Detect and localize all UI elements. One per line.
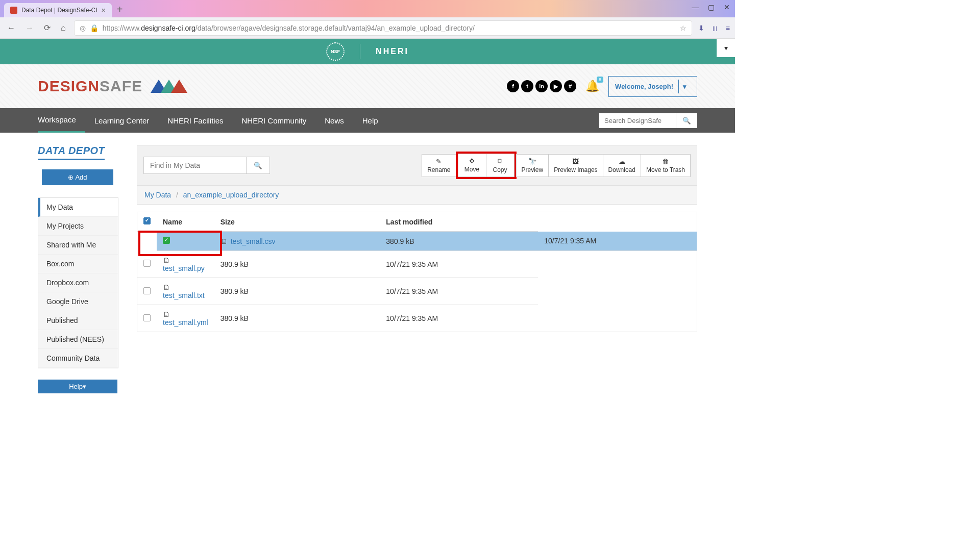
sidebar-item-dropbox[interactable]: Dropbox.com	[38, 273, 118, 292]
sidebar-item-my-projects[interactable]: My Projects	[38, 217, 118, 236]
minimize-button[interactable]: —	[692, 3, 699, 11]
topbar-dropdown-button[interactable]: ▾	[717, 39, 735, 57]
download-icon: ☁	[619, 158, 625, 165]
sidebar: DATA DEPOT ⊕ Add My Data My Projects Sha…	[38, 145, 118, 393]
row-checkbox[interactable]	[163, 237, 170, 244]
nav-workspace[interactable]: Workspace	[38, 108, 85, 133]
table-row[interactable]: 🗎test_small.yml 380.9 kB 10/7/21 9:35 AM	[137, 305, 697, 332]
site-search-button[interactable]: 🔍	[676, 113, 697, 128]
downloads-icon[interactable]: ⬇	[698, 24, 704, 32]
sidebar-item-published[interactable]: Published	[38, 311, 118, 330]
file-toolbar: 🔍 ✎Rename ✥Move ⧉Copy 🔭Preview 🖼Preview …	[137, 145, 697, 186]
designsafe-logo[interactable]: DESIGNSAFE	[38, 78, 142, 95]
row-checkbox[interactable]	[143, 260, 151, 267]
maximize-button[interactable]: ▢	[708, 3, 715, 11]
twitter-icon[interactable]: t	[521, 80, 533, 92]
facebook-icon[interactable]: f	[507, 80, 519, 92]
favicon-icon	[10, 7, 17, 14]
new-tab-button[interactable]: +	[112, 2, 128, 17]
reload-button[interactable]: ⟳	[42, 21, 53, 35]
file-icon: 🗎	[163, 283, 170, 291]
browser-toolbar: ← → ⟳ ⌂ ◎ 🔒 https://www.designsafe-ci.or…	[0, 17, 735, 39]
row-checkbox[interactable]	[143, 314, 151, 321]
site-header: DESIGNSAFE f t in ▶ # 🔔8 Welcome, Joseph…	[0, 64, 735, 108]
youtube-icon[interactable]: ▶	[550, 80, 562, 92]
nav-nheri-community[interactable]: NHERI Community	[233, 108, 316, 133]
file-link[interactable]: test_small.py	[163, 264, 205, 272]
preview-button[interactable]: 🔭Preview	[516, 154, 549, 177]
forward-button[interactable]: →	[23, 21, 36, 35]
sidebar-item-google-drive[interactable]: Google Drive	[38, 292, 118, 311]
sidebar-item-published-nees[interactable]: Published (NEES)	[38, 330, 118, 349]
close-window-button[interactable]: ✕	[724, 3, 730, 11]
col-size[interactable]: Size	[214, 212, 380, 232]
nav-nheri-facilities[interactable]: NHERI Facilities	[158, 108, 232, 133]
table-row[interactable]: 🗎test_small.txt 380.9 kB 10/7/21 9:35 AM	[137, 278, 697, 305]
back-button[interactable]: ←	[5, 21, 17, 35]
notifications-button[interactable]: 🔔8	[585, 80, 599, 93]
preview-images-button[interactable]: 🖼Preview Images	[548, 154, 603, 177]
move-icon: ✥	[469, 157, 475, 165]
file-modified: 10/7/21 9:35 AM	[380, 278, 538, 305]
data-depot-title: DATA DEPOT	[38, 145, 105, 160]
tab-close-icon[interactable]: ×	[102, 6, 106, 14]
chevron-down-icon: ▾	[678, 80, 691, 93]
linkedin-icon[interactable]: in	[535, 80, 548, 92]
bookmark-star-icon[interactable]: ☆	[680, 24, 687, 32]
rename-button[interactable]: ✎Rename	[422, 154, 456, 177]
table-row[interactable]: 🗎test_small.csv 380.9 kB 10/7/21 9:35 AM	[137, 232, 697, 251]
file-size: 380.9 kB	[214, 305, 380, 332]
user-menu-button[interactable]: Welcome, Joseph! ▾	[608, 76, 697, 97]
browser-tab-strip: Data Depot | DesignSafe-CI × +	[0, 0, 735, 17]
home-button[interactable]: ⌂	[59, 21, 68, 35]
file-link[interactable]: test_small.txt	[163, 291, 205, 299]
add-button[interactable]: ⊕ Add	[42, 169, 113, 185]
sidebar-item-box[interactable]: Box.com	[38, 255, 118, 273]
nheri-label: NHERI	[376, 47, 409, 56]
find-input[interactable]	[144, 157, 246, 173]
file-modified: 10/7/21 9:35 AM	[538, 232, 697, 251]
tab-title: Data Depot | DesignSafe-CI	[21, 7, 97, 14]
divider	[360, 44, 360, 59]
move-button[interactable]: ✥Move	[458, 154, 486, 177]
site-search-input[interactable]	[599, 113, 676, 128]
trash-icon: 🗑	[662, 158, 669, 165]
sidebar-item-my-data[interactable]: My Data	[38, 198, 118, 217]
breadcrumb-root[interactable]: My Data	[144, 191, 171, 199]
col-name[interactable]: Name	[157, 212, 214, 232]
lock-icon: 🔒	[90, 24, 99, 32]
file-link[interactable]: test_small.csv	[231, 237, 276, 245]
sidebar-item-community-data[interactable]: Community Data	[38, 349, 118, 368]
nsf-nheri-bar: NSF NHERI ▾	[0, 39, 735, 64]
table-row[interactable]: 🗎test_small.py 380.9 kB 10/7/21 9:35 AM	[137, 251, 697, 278]
sidebar-item-shared-with-me[interactable]: Shared with Me	[38, 236, 118, 255]
copy-button[interactable]: ⧉Copy	[486, 154, 514, 177]
pencil-icon: ✎	[436, 158, 442, 165]
notification-badge: 8	[597, 77, 603, 83]
nav-learning-center[interactable]: Learning Center	[85, 108, 159, 133]
move-to-trash-button[interactable]: 🗑Move to Trash	[641, 154, 691, 177]
main-nav: Workspace Learning Center NHERI Faciliti…	[0, 108, 735, 133]
slack-icon[interactable]: #	[564, 80, 576, 92]
col-modified[interactable]: Last modified	[380, 212, 538, 232]
file-table: Name Size Last modified 🗎test_small.csv …	[137, 212, 697, 332]
address-bar[interactable]: ◎ 🔒 https://www.designsafe-ci.org/data/b…	[74, 20, 692, 36]
menu-icon[interactable]: ≡	[726, 24, 730, 32]
breadcrumb-current[interactable]: an_example_upload_directory	[183, 191, 279, 199]
file-link[interactable]: test_small.yml	[163, 318, 208, 327]
nav-help[interactable]: Help	[353, 108, 387, 133]
download-button[interactable]: ☁Download	[603, 154, 641, 177]
page-content: NSF NHERI ▾ DESIGNSAFE f t in ▶ # 🔔8	[0, 39, 735, 413]
find-button[interactable]: 🔍	[246, 157, 270, 173]
row-checkbox[interactable]	[143, 287, 151, 294]
shield-icon: ◎	[80, 24, 86, 32]
logo-graphic	[151, 80, 187, 93]
library-icon[interactable]: ⫼	[712, 24, 719, 32]
select-all-checkbox[interactable]	[143, 217, 151, 224]
breadcrumb-separator: /	[173, 191, 181, 199]
plus-icon: ⊕	[68, 173, 75, 181]
window-controls: — ▢ ✕	[692, 3, 730, 11]
help-button[interactable]: Help▾	[38, 380, 117, 393]
browser-tab[interactable]: Data Depot | DesignSafe-CI ×	[4, 3, 112, 17]
nav-news[interactable]: News	[315, 108, 353, 133]
